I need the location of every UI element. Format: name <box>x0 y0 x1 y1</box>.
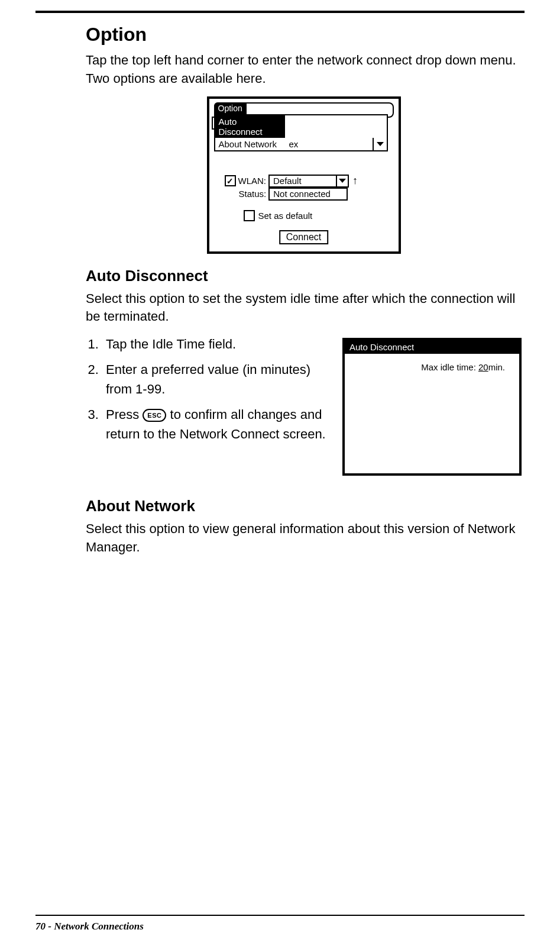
option-menu-tab[interactable]: Option <box>214 102 247 114</box>
option-intro-text: Tap the top left hand corner to enter th… <box>86 51 522 88</box>
chevron-down-icon <box>377 142 384 146</box>
max-idle-time-row: Max idle time: 20min. <box>345 354 519 372</box>
max-idle-time-label: Max idle time: <box>421 362 478 372</box>
device-screen-auto-disconnect: Auto Disconnect Max idle time: 20min. <box>342 338 522 476</box>
chapter-name: Network Connections <box>54 921 144 932</box>
top-rule <box>35 11 525 13</box>
heading-about-network: About Network <box>86 497 522 515</box>
up-arrow-icon[interactable]: ↑ <box>352 175 358 187</box>
footer-rule <box>35 915 525 916</box>
dropdown-caret-box[interactable] <box>373 138 387 151</box>
figure-option-menu: Option Auto Disconnect About Network ex <box>86 96 522 254</box>
footer-sep: - <box>46 921 54 932</box>
status-value-box: Not connected <box>268 188 348 201</box>
device-screen-option: Option Auto Disconnect About Network ex <box>207 96 401 254</box>
obscured-text-fragment: ex <box>289 139 299 149</box>
page-footer: 70 - Network Connections <box>35 921 144 932</box>
step-3-part-a: Press <box>106 407 143 422</box>
max-idle-time-unit: min. <box>488 362 505 372</box>
set-default-checkbox[interactable] <box>244 210 255 221</box>
menu-item-about-network[interactable]: About Network ex <box>215 138 387 150</box>
wlan-combo[interactable]: Default <box>268 175 349 188</box>
auto-disconnect-intro-text: Select this option to set the system idl… <box>86 290 522 327</box>
figure-auto-disconnect: Auto Disconnect Max idle time: 20min. <box>342 338 522 476</box>
wlan-combo-button[interactable] <box>336 176 348 186</box>
wlan-combo-value: Default <box>270 176 336 186</box>
set-default-label: Set as default <box>258 211 313 221</box>
heading-option: Option <box>86 24 522 46</box>
page-number: 70 <box>35 921 46 932</box>
menu-item-auto-disconnect[interactable]: Auto Disconnect <box>215 115 285 138</box>
auto-disconnect-titlebar: Auto Disconnect <box>345 340 519 354</box>
wlan-label: WLAN: <box>238 176 267 186</box>
heading-auto-disconnect: Auto Disconnect <box>86 267 522 285</box>
esc-key-icon: ESC <box>143 409 166 422</box>
chevron-down-icon <box>339 179 346 183</box>
wlan-checkbox[interactable] <box>225 175 236 186</box>
connect-button[interactable]: Connect <box>279 230 329 244</box>
menu-item-about-network-label: About Network <box>219 139 277 149</box>
status-label: Status: <box>239 189 267 199</box>
option-dropdown-menu: Auto Disconnect About Network ex <box>214 114 388 151</box>
about-network-body-text: Select this option to view general infor… <box>86 520 522 557</box>
max-idle-time-value[interactable]: 20 <box>478 362 488 372</box>
